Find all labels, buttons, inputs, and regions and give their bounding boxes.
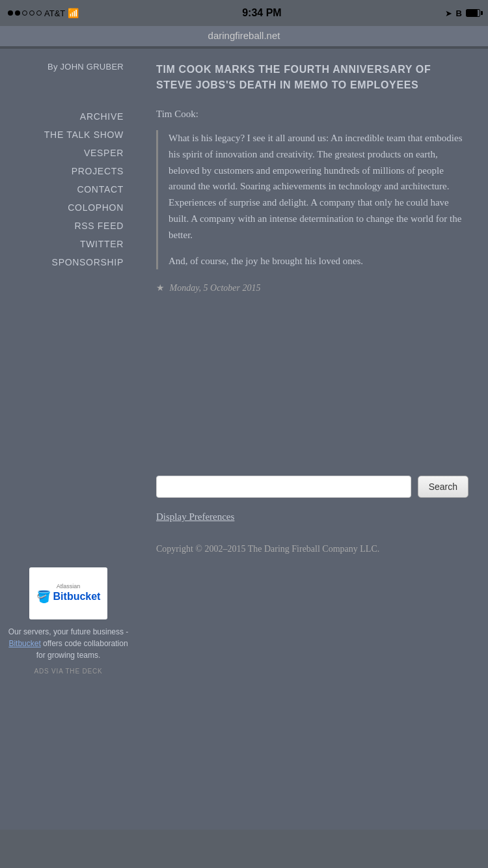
- nav-link-vesper[interactable]: VESPER: [84, 148, 124, 158]
- content-wrapper: By JOHN GRUBER ARCHIVE THE TALK SHOW VES…: [0, 49, 488, 830]
- signal-dot-3: [22, 10, 27, 16]
- signal-dot-5: [36, 10, 42, 16]
- carrier-label: AT&T: [44, 8, 65, 18]
- signal-dot-4: [29, 10, 34, 16]
- ad-name-label: Bitbucket: [53, 591, 101, 603]
- search-button[interactable]: Search: [418, 476, 468, 498]
- nav-links: ARCHIVE THE TALK SHOW VESPER PROJECTS CO…: [7, 111, 137, 268]
- nav-item-contact[interactable]: CONTACT: [7, 183, 124, 195]
- status-bar: AT&T 📶 9:34 PM ➤ B: [0, 0, 488, 26]
- nav-link-rssfeed[interactable]: RSS FEED: [74, 221, 124, 231]
- author-byline: By JOHN GRUBER: [7, 62, 137, 72]
- battery-icon: [466, 9, 480, 17]
- article-blockquote: What is his legacy? I see it all around …: [156, 130, 468, 269]
- nav-link-twitter[interactable]: TWITTER: [80, 239, 124, 249]
- copyright: Copyright © 2002–2015 The Daring Firebal…: [156, 542, 468, 556]
- url-text: daringfireball.net: [208, 30, 280, 41]
- sidebar: By JOHN GRUBER ARCHIVE THE TALK SHOW VES…: [0, 49, 137, 830]
- ads-via-label: ADS VIA THE DECK: [7, 668, 130, 675]
- star-icon: ★: [156, 283, 165, 293]
- blockquote-paragraph-2: And, of course, the joy he brought his l…: [169, 253, 468, 269]
- ad-brand-label: Atlassian: [36, 583, 101, 590]
- article-date: ★ Monday, 5 October 2015: [156, 282, 468, 293]
- signal-dot-1: [8, 10, 13, 16]
- ad-logo-box[interactable]: Atlassian 🪣 Bitbucket: [29, 567, 107, 619]
- nav-link-contact[interactable]: CONTACT: [77, 184, 124, 195]
- url-bar[interactable]: daringfireball.net: [0, 26, 488, 46]
- bluetooth-icon: B: [456, 8, 462, 18]
- nav-link-colophon[interactable]: COLOPHON: [68, 202, 124, 213]
- main-content: TIM COOK MARKS THE FOURTH ANNIVERSARY OF…: [137, 49, 488, 830]
- nav-item-rssfeed[interactable]: RSS FEED: [7, 220, 124, 232]
- nav-item-colophon[interactable]: COLOPHON: [7, 202, 124, 213]
- nav-item-thetalkshow[interactable]: THE TALK SHOW: [7, 129, 124, 141]
- display-prefs: Display Preferences: [156, 511, 468, 522]
- nav-item-sponsorship[interactable]: SPONSORSHIP: [7, 256, 124, 268]
- article-intro: Tim Cook:: [156, 109, 468, 120]
- bucket-icon: 🪣: [36, 590, 51, 604]
- ad-logo-inner: Atlassian 🪣 Bitbucket: [36, 583, 101, 604]
- battery-fill: [467, 10, 478, 16]
- blockquote-paragraph-1: What is his legacy? I see it all around …: [169, 130, 468, 243]
- nav-item-twitter[interactable]: TWITTER: [7, 238, 124, 250]
- nav-item-vesper[interactable]: VESPER: [7, 147, 124, 159]
- nav-link-sponsorship[interactable]: SPONSORSHIP: [52, 257, 124, 267]
- search-input[interactable]: [156, 476, 411, 498]
- wifi-icon: 📶: [68, 8, 79, 18]
- article-title: TIM COOK MARKS THE FOURTH ANNIVERSARY OF…: [156, 62, 468, 93]
- signal-dots: [8, 10, 42, 16]
- location-icon: ➤: [445, 8, 452, 18]
- nav-link-archive[interactable]: ARCHIVE: [80, 111, 124, 122]
- date-text: Monday, 5 October 2015: [170, 283, 261, 293]
- nav-link-projects[interactable]: PROJECTS: [72, 166, 124, 176]
- status-right: ➤ B: [445, 8, 480, 18]
- time-display: 9:34 PM: [242, 7, 281, 19]
- ad-description: Our servers, your future business - Bitb…: [7, 626, 130, 661]
- display-prefs-link[interactable]: Display Preferences: [156, 511, 234, 522]
- signal-dot-2: [15, 10, 20, 16]
- search-section: Search: [156, 476, 468, 498]
- status-left: AT&T 📶: [8, 8, 79, 18]
- nav-link-thetalkshow[interactable]: THE TALK SHOW: [44, 129, 124, 140]
- ad-link[interactable]: Bitbucket: [8, 639, 40, 648]
- nav-item-archive[interactable]: ARCHIVE: [7, 111, 124, 122]
- copyright-text: Copyright © 2002–2015 The Daring Firebal…: [156, 544, 379, 554]
- nav-item-projects[interactable]: PROJECTS: [7, 165, 124, 177]
- ad-section: Atlassian 🪣 Bitbucket Our servers, your …: [7, 567, 137, 675]
